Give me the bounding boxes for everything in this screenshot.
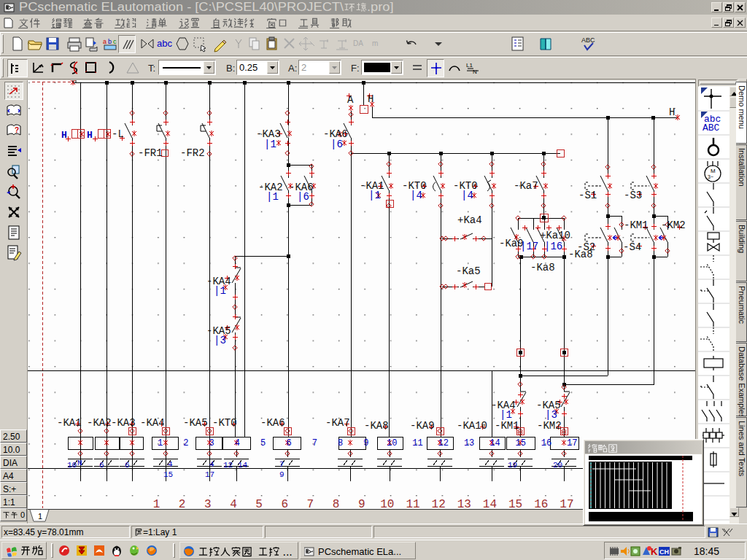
svg-text:m: m — [372, 39, 378, 47]
svg-text:-KA9: -KA9 — [410, 420, 435, 432]
svg-text:9: 9 — [358, 498, 365, 509]
svg-text:CH: CH — [659, 548, 669, 556]
svg-text:14: 14 — [483, 498, 497, 509]
svg-text:|1: |1 — [368, 190, 381, 201]
svg-text:-KA1: -KA1 — [57, 417, 82, 429]
svg-text:6: 6 — [125, 461, 130, 470]
svg-text:10: 10 — [380, 498, 394, 509]
svg-text:-KM2: -KM2 — [661, 219, 686, 231]
svg-text:12: 12 — [432, 498, 446, 509]
svg-text:12: 12 — [438, 438, 449, 448]
svg-text:4: 4 — [230, 498, 237, 509]
svg-text:17: 17 — [560, 498, 573, 509]
svg-text:9: 9 — [363, 438, 368, 448]
svg-text:14: 14 — [238, 461, 248, 470]
svg-text:|1: |1 — [266, 191, 279, 203]
svg-text:-KM2: -KM2 — [537, 420, 562, 432]
svg-text:19: 19 — [508, 461, 517, 470]
svg-text:-S4: -S4 — [623, 241, 641, 253]
svg-text:-KM1: -KM1 — [495, 420, 519, 432]
svg-text:-Ka7: -Ka7 — [514, 180, 538, 192]
svg-text:-KA6: -KA6 — [260, 417, 285, 429]
svg-text:10: 10 — [387, 438, 397, 448]
svg-text:-KA7: -KA7 — [325, 417, 350, 429]
svg-text:7: 7 — [279, 460, 285, 469]
svg-text:1: 1 — [153, 498, 160, 509]
svg-text:|6: |6 — [330, 139, 343, 150]
svg-text:-KT0: -KT0 — [212, 417, 237, 429]
svg-text:ABC: ABC — [581, 36, 595, 44]
svg-text:|3: |3 — [545, 409, 557, 421]
svg-text:|4: |4 — [410, 190, 422, 201]
svg-text:11: 11 — [412, 438, 422, 448]
svg-text:4: 4 — [209, 460, 214, 469]
svg-text:3: 3 — [204, 498, 212, 509]
svg-text:1: 1 — [38, 512, 42, 521]
svg-text:H: H — [669, 106, 675, 118]
svg-text:-Ka5: -Ka5 — [456, 265, 481, 277]
svg-text:-KA4: -KA4 — [140, 417, 165, 429]
svg-text:-S3: -S3 — [624, 190, 642, 201]
svg-text:N: N — [473, 69, 477, 75]
svg-text:c: c — [113, 38, 117, 45]
svg-text:16: 16 — [541, 438, 551, 448]
svg-text:12: 12 — [223, 461, 233, 470]
svg-text:K: K — [651, 546, 658, 557]
svg-text:8: 8 — [338, 438, 343, 448]
svg-text:-L: -L — [112, 128, 124, 140]
svg-text:a: a — [103, 38, 107, 45]
svg-text:-FR2: -FR2 — [180, 147, 205, 159]
svg-text:b: b — [108, 38, 112, 45]
svg-text:3: 3 — [209, 438, 214, 448]
svg-text:|16: |16 — [544, 241, 562, 252]
svg-text:13: 13 — [464, 438, 474, 448]
svg-text:-FR1: -FR1 — [138, 147, 163, 159]
svg-text:-KA10: -KA10 — [457, 420, 487, 432]
svg-text:15: 15 — [508, 498, 522, 509]
svg-text:13: 13 — [457, 498, 471, 509]
svg-text:|1: |1 — [264, 139, 276, 150]
svg-text:6: 6 — [281, 498, 288, 509]
svg-text:10: 10 — [67, 461, 77, 470]
svg-text:DA: DA — [353, 39, 363, 47]
svg-text:-Ka8: -Ka8 — [530, 262, 555, 273]
svg-text:16: 16 — [534, 498, 548, 509]
svg-text:15: 15 — [163, 470, 173, 479]
svg-text:|3: |3 — [214, 335, 226, 346]
svg-text:9: 9 — [279, 470, 285, 479]
svg-text:17: 17 — [567, 438, 577, 448]
svg-text:7: 7 — [307, 498, 314, 509]
svg-text:-KA3: -KA3 — [111, 417, 136, 429]
svg-text:H: H — [61, 130, 67, 141]
svg-text:|6: |6 — [297, 191, 309, 203]
svg-text:15: 15 — [515, 438, 525, 448]
svg-text:20: 20 — [553, 461, 562, 470]
svg-text:-Ka8: -Ka8 — [568, 249, 593, 260]
svg-text:3~: 3~ — [708, 174, 713, 179]
svg-text:A: A — [347, 94, 354, 106]
svg-text:2: 2 — [179, 498, 186, 509]
svg-text:|1: |1 — [500, 409, 512, 421]
svg-text:6: 6 — [99, 461, 104, 470]
svg-text:4: 4 — [168, 460, 173, 469]
svg-text:abc: abc — [157, 38, 172, 49]
svg-text:7: 7 — [312, 438, 317, 448]
svg-text:-S1: -S1 — [578, 190, 597, 201]
svg-text:-KA5: -KA5 — [183, 417, 208, 429]
svg-text:|1: |1 — [214, 285, 226, 297]
svg-text:5: 5 — [260, 438, 266, 448]
svg-text:5: 5 — [255, 498, 263, 509]
svg-text:4: 4 — [235, 438, 240, 448]
svg-text:6: 6 — [286, 438, 291, 448]
svg-text:|4: |4 — [461, 190, 473, 201]
svg-text:+Ka4: +Ka4 — [457, 214, 482, 226]
svg-text:N: N — [77, 459, 82, 467]
svg-text:+Ka10: +Ka10 — [540, 230, 570, 241]
svg-text:ABC: ABC — [703, 122, 720, 133]
svg-text:1: 1 — [158, 438, 163, 448]
svg-text:M: M — [711, 168, 716, 174]
svg-text:-KM1: -KM1 — [624, 219, 649, 231]
svg-text:-KA8: -KA8 — [364, 420, 389, 432]
svg-text:H: H — [87, 130, 93, 141]
svg-text:L1: L1 — [466, 62, 473, 69]
